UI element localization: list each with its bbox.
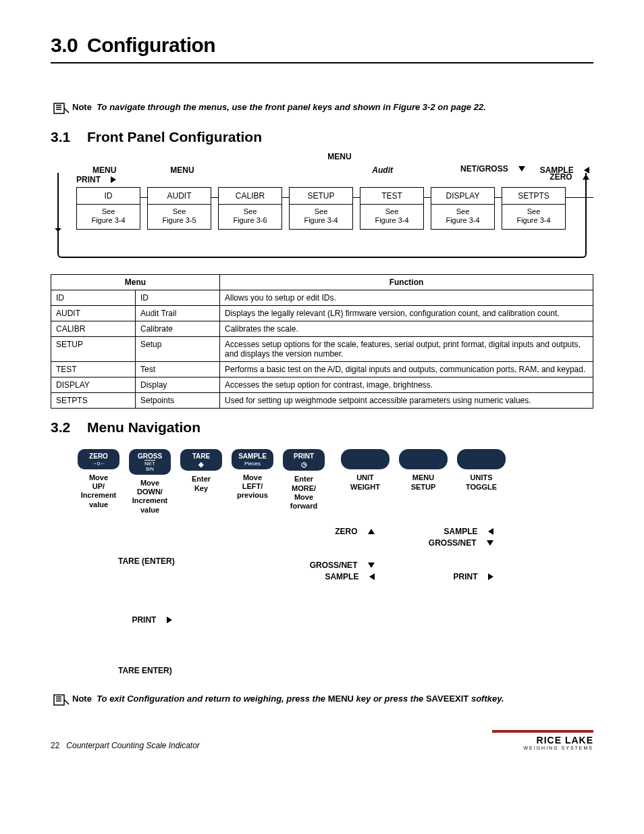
oval-key-column: UNITSTOGGLE bbox=[457, 449, 506, 491]
note-1: Note To navigate through the menus, use … bbox=[51, 101, 593, 118]
note2-pre: To exit Configuration and return to weig… bbox=[97, 694, 328, 704]
table-row: CALIBRCalibrateCalibrates the scale. bbox=[51, 321, 593, 337]
diag-zero-key: ZERO bbox=[549, 172, 572, 182]
tare-enter-label: TARE (ENTER) bbox=[118, 556, 175, 566]
menu-box: DISPLAYSeeFigure 3-4 bbox=[431, 187, 495, 230]
right-arrow-icon bbox=[111, 176, 116, 183]
note-text: To navigate through the menus, use the f… bbox=[97, 102, 486, 112]
key-column: TARE◈EnterKey bbox=[180, 449, 222, 514]
th-menu: Menu bbox=[51, 275, 220, 290]
key-column: ZERO→0←MoveUP/Incrementvalue bbox=[78, 449, 119, 514]
note-icon bbox=[51, 692, 72, 710]
nav-key-cluster: TARE (ENTER) ZERO GROSS/NET SAMPLE SAMPL… bbox=[118, 527, 593, 675]
oval-key-column: UNITWEIGHT bbox=[341, 449, 390, 491]
doc-title: Counterpart Counting Scale Indicator bbox=[66, 741, 199, 750]
down-arrow-icon bbox=[368, 563, 375, 568]
menu-box: IDSeeFigure 3-4 bbox=[76, 187, 140, 230]
table-row: SETUPSetupAccesses setup options for the… bbox=[51, 337, 593, 362]
note-2: Note To exit Configuration and return to… bbox=[51, 692, 593, 710]
table-row: SETPTSSetpointsUsed for setting up weigh… bbox=[51, 393, 593, 409]
table-row: TESTTestPerforms a basic test on the A/D… bbox=[51, 362, 593, 377]
right-arrow-icon bbox=[488, 573, 493, 580]
menu-box: SETUPSeeFigure 3-4 bbox=[289, 187, 353, 230]
key-button: ZERO→0← bbox=[78, 449, 119, 469]
left-arrow-icon bbox=[369, 573, 375, 580]
saveexit-keyword: SAVEEXIT bbox=[426, 694, 468, 704]
tare-enter-2: TARE ENTER) bbox=[118, 666, 172, 675]
diag-menu-mid: MENU bbox=[170, 165, 194, 184]
down-arrow-icon bbox=[487, 540, 493, 546]
page-title: 3.0Configuration bbox=[51, 34, 593, 57]
down-arrow-icon bbox=[518, 166, 525, 172]
key-button: PRINT◷ bbox=[283, 449, 325, 471]
oval-key bbox=[341, 449, 390, 469]
sample-nav: SAMPLE bbox=[325, 572, 358, 581]
table-row: IDIDAllows you to setup or edit IDs. bbox=[51, 290, 593, 306]
menu-diagram: MENU MENU PRINT MENU Audit SAMPLE NET/GR… bbox=[51, 152, 593, 258]
left-arrow-icon bbox=[488, 528, 493, 535]
note2-post: softkey. bbox=[468, 694, 504, 704]
up-arrow-icon bbox=[368, 529, 375, 534]
sample-nav-2: SAMPLE bbox=[444, 527, 477, 536]
key-button: GROSSNETB/N bbox=[129, 449, 171, 475]
oval-key bbox=[399, 449, 448, 469]
note2-mid: key or press the bbox=[354, 694, 426, 704]
page-footer: 22Counterpart Counting Scale Indicator R… bbox=[51, 730, 593, 750]
diag-print-key: PRINT bbox=[76, 175, 101, 184]
loop-connector bbox=[57, 230, 587, 258]
diag-audit: Audit bbox=[372, 165, 393, 184]
menu-box: TESTSeeFigure 3-4 bbox=[360, 187, 424, 230]
menu-function-table: MenuFunction IDIDAllows you to setup or … bbox=[51, 274, 593, 409]
keypad-diagram: ZERO→0←MoveUP/IncrementvalueGROSSNETB/NM… bbox=[78, 449, 593, 514]
print-nav: PRINT bbox=[454, 572, 478, 581]
table-row: DISPLAYDisplayAccesses the setup option … bbox=[51, 377, 593, 393]
key-column: PRINT◷EnterMORE/Moveforward bbox=[283, 449, 325, 514]
note-label: Note bbox=[72, 102, 92, 112]
menu-box: AUDITSeeFigure 3-5 bbox=[147, 187, 211, 230]
menu-box: CALIBRSeeFigure 3-6 bbox=[218, 187, 282, 230]
note-label: Note bbox=[72, 694, 92, 704]
logo-subtext: WEIGHING SYSTEMS bbox=[492, 746, 593, 750]
diag-netgross-key: NET/GROSS bbox=[460, 164, 508, 174]
diagram-menu-top: MENU bbox=[86, 152, 593, 161]
rice-lake-logo: RICE LAKE WEIGHING SYSTEMS bbox=[492, 730, 593, 750]
logo-text: RICE LAKE bbox=[492, 735, 593, 746]
print-nav-2: PRINT bbox=[132, 615, 156, 625]
key-button: SAMPLEPieces bbox=[232, 449, 273, 469]
grossnet-nav: GROSS/NET bbox=[310, 561, 358, 570]
key-column: SAMPLEPiecesMoveLEFT/previous bbox=[232, 449, 273, 514]
section-3-1-title: 3.1Front Panel Configuration bbox=[51, 129, 593, 145]
th-function: Function bbox=[220, 275, 593, 290]
note-icon bbox=[51, 101, 72, 118]
table-row: AUDITAudit TrailDisplays the legally rel… bbox=[51, 306, 593, 321]
page-number: 22 bbox=[51, 741, 59, 750]
oval-key-column: MENUSETUP bbox=[399, 449, 448, 491]
grossnet-nav-2: GROSS/NET bbox=[429, 538, 477, 548]
key-column: GROSSNETB/NMoveDOWN/Incrementvalue bbox=[129, 449, 171, 514]
right-arrow-icon bbox=[167, 617, 172, 623]
title-rule bbox=[51, 62, 593, 63]
key-button: TARE◈ bbox=[180, 449, 222, 471]
zero-nav: ZERO bbox=[335, 527, 357, 536]
menu-box: SETPTSSeeFigure 3-4 bbox=[502, 187, 566, 230]
diag-menu-left: MENU bbox=[92, 165, 116, 175]
menu-keyword: MENU bbox=[328, 694, 354, 704]
oval-key bbox=[457, 449, 506, 469]
section-3-2-title: 3.2Menu Navigation bbox=[51, 419, 593, 436]
